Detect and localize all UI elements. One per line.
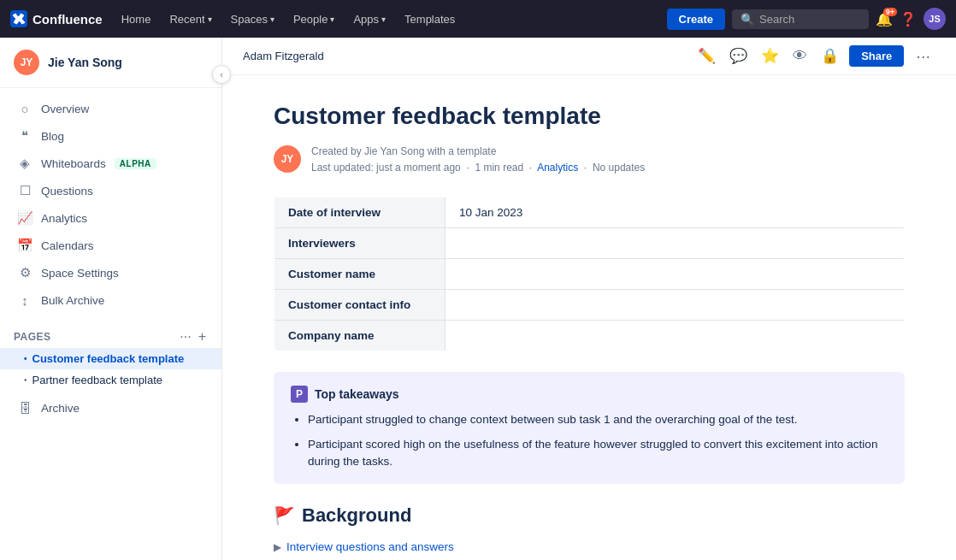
takeaways-icon: P [291,386,308,403]
page-updated: Last updated: just a moment ago [311,162,461,174]
background-emoji: 🚩 [274,505,295,526]
background-heading-text: Background [302,504,411,527]
help-icon[interactable]: ❓ [900,11,917,27]
notification-icon[interactable]: 🔔 9+ [876,11,893,27]
sidebar-item-archive[interactable]: 🗄 Archive [0,394,221,421]
questions-icon: ☐ [17,183,32,198]
comment-icon[interactable]: 💬 [726,44,751,68]
row-value[interactable] [446,290,905,321]
row-value[interactable] [446,321,905,351]
breadcrumb: Adam Fitzgerald [243,50,324,62]
table-row: Customer contact info [274,290,905,321]
search-icon: 🔍 [741,13,754,26]
sidebar-item-label-settings: Space Settings [41,267,119,280]
edit-icon[interactable]: ✏️ [694,44,719,68]
expand-label: Interview questions and answers [286,540,454,553]
nav-home[interactable]: Home [113,9,160,29]
takeaway-item: Participant scored high on the usefulnes… [308,436,888,471]
sidebar-item-label-questions: Questions [41,185,93,197]
table-row: Customer name [274,259,905,290]
breadcrumb-actions: ✏️ 💬 ⭐ 👁 🔒 Share ··· [694,44,935,68]
search-input[interactable] [759,13,860,26]
pages-section-actions: ··· + [178,329,208,345]
pages-add-button[interactable]: + [197,329,208,345]
expand-row[interactable]: ▶ Interview questions and answers [274,537,905,557]
bulk-archive-icon: ↕ [17,292,32,308]
blog-icon: ❝ [17,128,32,144]
sidebar-item-space-settings[interactable]: ⚙ Space Settings [0,259,221,286]
create-button[interactable]: Create [667,9,725,30]
takeaways-box: P Top takeaways Participant struggled to… [274,372,905,484]
row-value[interactable] [446,259,905,290]
table-row: Company name [274,321,905,351]
sidebar-item-whiteboards[interactable]: ◈ Whiteboards ALPHA [0,150,221,177]
background-heading: 🚩 Background [274,504,905,527]
nav-items: Home Recent ▾ Spaces ▾ People ▾ Apps ▾ T… [113,9,660,29]
sidebar-item-label-blog: Blog [41,130,64,143]
sidebar-item-label-bulk-archive: Bulk Archive [41,294,104,307]
sidebar-item-bulk-archive[interactable]: ↕ Bulk Archive [0,286,221,314]
page-dot-customer: • [24,354,27,363]
sidebar-item-questions[interactable]: ☐ Questions [0,177,221,204]
page-author-avatar: JY [274,145,301,173]
settings-icon: ⚙ [17,265,32,280]
sidebar-page-partner-feedback[interactable]: • Partner feedback template [0,369,221,391]
main-area: Adam Fitzgerald ✏️ 💬 ⭐ 👁 🔒 Share ··· Cus… [222,38,956,560]
breadcrumb-bar: Adam Fitzgerald ✏️ 💬 ⭐ 👁 🔒 Share ··· [222,38,956,75]
row-label: Company name [274,321,446,351]
search-box[interactable]: 🔍 [732,9,869,29]
sidebar-item-overview[interactable]: ○ Overview [0,95,221,122]
sidebar-page-label-customer: Customer feedback template [32,352,185,365]
sidebar-user-avatar: JY [14,50,39,75]
row-label: Interviewers [274,228,446,259]
page-dot-partner: • [24,375,27,385]
star-icon[interactable]: ⭐ [758,44,782,68]
sidebar-item-calendars[interactable]: 📅 Calendars [0,232,221,259]
sidebar-item-analytics[interactable]: 📈 Analytics [0,204,221,232]
sidebar-item-label-whiteboards: Whiteboards [41,157,106,170]
watch-icon[interactable]: 👁 [789,44,811,68]
nav-apps[interactable]: Apps ▾ [345,9,394,29]
page-created-by: Created by Jie Yan Song with a template [311,145,496,157]
nav-people[interactable]: People ▾ [285,9,343,29]
sidebar: JY Jie Yan Song ○ Overview ❝ Blog ◈ Whit… [0,38,222,560]
row-label: Date of interview [274,197,446,228]
takeaways-header: P Top takeaways [291,386,888,403]
sidebar-user[interactable]: JY Jie Yan Song [0,38,221,88]
main-layout: JY Jie Yan Song ○ Overview ❝ Blog ◈ Whit… [0,38,956,560]
notification-badge: 9+ [883,8,897,16]
user-avatar[interactable]: JS [924,8,946,30]
table-row: Interviewers [274,228,905,259]
expand-icon: ▶ [274,541,281,553]
takeaway-item: Participant struggled to change context … [308,411,888,428]
sidebar-item-label-calendars: Calendars [41,239,94,252]
more-options-button[interactable]: ··· [911,44,935,68]
page-analytics-link[interactable]: Analytics [537,162,578,174]
pages-menu-button[interactable]: ··· [178,329,192,345]
nav-spaces[interactable]: Spaces ▾ [222,9,283,29]
share-button[interactable]: Share [849,45,904,67]
takeaways-list: Participant struggled to change context … [291,411,888,470]
page-no-updates: No updates [593,162,645,174]
nav-templates[interactable]: Templates [396,9,463,29]
confluence-logo[interactable]: Confluence [10,10,103,27]
nav-recent[interactable]: Recent ▾ [161,9,220,29]
calendars-icon: 📅 [17,238,32,253]
row-label: Customer name [274,259,446,290]
page-title: Customer feedback template [274,103,905,130]
takeaways-heading: Top takeaways [315,387,399,401]
sidebar-nav: ○ Overview ❝ Blog ◈ Whiteboards ALPHA ☐ … [0,88,221,321]
sidebar-page-label-partner: Partner feedback template [32,374,162,386]
page-meta-text: Created by Jie Yan Song with a template … [311,144,645,176]
archive-icon: 🗄 [17,400,32,416]
pages-section-label: Pages [14,331,51,343]
breadcrumb-space: Adam Fitzgerald [243,50,324,62]
sidebar-item-blog[interactable]: ❝ Blog [0,122,221,150]
topnav-right: 🔍 🔔 9+ ❓ JS [732,8,946,30]
sidebar-collapse-button[interactable]: ‹ [212,65,231,84]
sidebar-page-customer-feedback[interactable]: • Customer feedback template [0,348,221,369]
row-value[interactable] [446,228,905,259]
row-value[interactable]: 10 Jan 2023 [446,197,905,228]
restrict-icon[interactable]: 🔒 [817,44,842,68]
info-table: Date of interview10 Jan 2023Interviewers… [274,197,905,351]
